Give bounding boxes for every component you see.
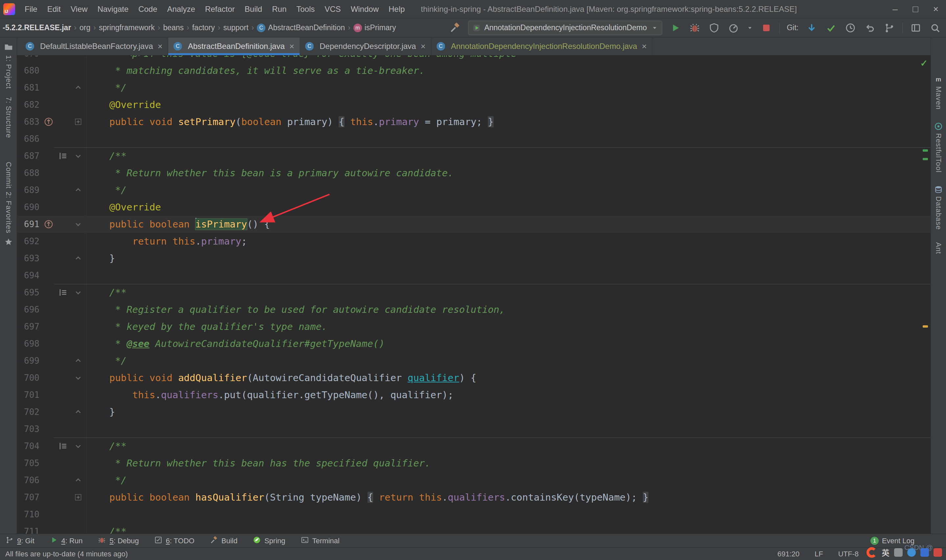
code-text[interactable]: * keyed by the qualifier's type name. (86, 318, 931, 335)
menu-refactor[interactable]: Refactor (200, 0, 240, 18)
code-editor[interactable]: 679 * <p>If this value is {@code true} f… (17, 55, 931, 534)
tool-window-button-ant[interactable]: Ant (934, 242, 943, 254)
menu-help[interactable]: Help (384, 0, 410, 18)
tool-window-button-1-project[interactable]: 1: Project (4, 55, 13, 89)
breadcrumb-item-springframework[interactable]: springframework (99, 23, 155, 32)
close-button[interactable]: × (926, 0, 946, 18)
tab-annotationdependencyinjectionresolutiondemo-java[interactable]: CAnnotationDependencyInjectionResolution… (431, 37, 652, 55)
code-text[interactable]: @Override (86, 96, 931, 113)
menu-run[interactable]: Run (267, 0, 291, 18)
menu-vcs[interactable]: VCS (320, 0, 345, 18)
fold-start-icon[interactable] (74, 289, 82, 296)
code-text[interactable]: */ (86, 352, 931, 369)
tool-window-button-restfultool[interactable]: RestfulTool (934, 133, 943, 173)
run-button[interactable] (669, 22, 682, 34)
menu-view[interactable]: View (66, 0, 92, 18)
tab-close-icon[interactable]: × (421, 42, 425, 52)
tab-close-icon[interactable]: × (642, 42, 647, 52)
tab-dependencydescriptor-java[interactable]: CDependencyDescriptor.java× (300, 37, 431, 55)
code-text[interactable]: } (86, 403, 931, 420)
encoding-widget[interactable]: UTF-8 (838, 550, 859, 558)
override-method-icon[interactable] (44, 117, 53, 126)
fold-start-icon[interactable] (74, 220, 82, 228)
build-hammer-icon[interactable] (449, 22, 461, 34)
tool-window-button-terminal[interactable]: Terminal (300, 536, 340, 546)
code-text[interactable]: public void setPrimary(boolean primary) … (86, 113, 931, 130)
tool-window-button-run[interactable]: 4: Run (49, 536, 83, 546)
code-text[interactable] (86, 506, 931, 523)
tool-window-button-spring[interactable]: Spring (253, 536, 285, 546)
fold-end-icon[interactable] (74, 408, 82, 416)
breadcrumb-item-support[interactable]: support (223, 23, 249, 32)
tool-window-button-2-favorites[interactable]: 2: Favorites (4, 192, 13, 233)
comment-block-icon[interactable] (59, 151, 68, 160)
tab-close-icon[interactable]: × (158, 42, 163, 52)
code-text[interactable]: * Register a qualifier to be used for au… (86, 301, 931, 318)
stop-button[interactable] (760, 22, 773, 34)
tool-window-button-debug[interactable]: 5: Debug (97, 536, 139, 546)
menu-navigate[interactable]: Navigate (92, 0, 134, 18)
vcs-history-button[interactable] (844, 22, 857, 34)
layout-button[interactable] (909, 22, 922, 34)
menu-window[interactable]: Window (346, 0, 384, 18)
tab-close-icon[interactable]: × (290, 42, 294, 52)
code-text[interactable]: /** (86, 438, 931, 455)
fold-end-icon[interactable] (74, 186, 82, 194)
code-text[interactable]: } (86, 250, 931, 267)
coverage-button[interactable] (708, 22, 720, 34)
fold-start-icon[interactable] (74, 442, 82, 450)
code-text[interactable]: /** (86, 148, 931, 165)
tool-window-button-git[interactable]: 9: Git (5, 536, 34, 546)
menu-code[interactable]: Code (133, 0, 162, 18)
tool-window-button-7-structure[interactable]: 7: Structure (4, 97, 13, 138)
breadcrumb-item-org[interactable]: org (80, 23, 90, 32)
breadcrumb-item-beans[interactable]: beans (163, 23, 184, 32)
vcs-rollback-button[interactable] (864, 22, 876, 34)
maximize-button[interactable]: □ (905, 0, 926, 18)
tool-window-button-build[interactable]: Build (210, 536, 237, 546)
vcs-update-button[interactable] (806, 22, 818, 34)
debug-button[interactable] (689, 22, 701, 34)
tool-window-button-database[interactable]: Database (934, 196, 943, 230)
code-text[interactable]: */ (86, 472, 931, 489)
comment-block-icon[interactable] (59, 288, 68, 297)
vcs-commit-button[interactable] (825, 22, 837, 34)
inspections-ok-icon[interactable]: ✓ (920, 58, 928, 69)
code-text[interactable]: * @see AutowireCandidateQualifier#getTyp… (86, 335, 931, 352)
tab-defaultlistablebeanfactory-java[interactable]: CDefaultListableBeanFactory.java× (20, 37, 168, 55)
menu-tools[interactable]: Tools (291, 0, 320, 18)
fold-end-icon[interactable] (74, 84, 82, 92)
code-text[interactable]: public boolean isPrimary() { (86, 216, 931, 233)
menu-analyze[interactable]: Analyze (162, 0, 200, 18)
fold-end-icon[interactable] (74, 476, 82, 484)
menu-edit[interactable]: Edit (42, 0, 66, 18)
breadcrumb-item--5.2.2.release.jar[interactable]: -5.2.2.RELEASE.jar (3, 23, 71, 32)
fold-end-icon[interactable] (74, 357, 82, 365)
fold-start-icon[interactable] (74, 152, 82, 160)
fold-plus-icon[interactable] (74, 493, 82, 501)
tool-window-button-commit[interactable]: Commit (4, 162, 13, 189)
code-text[interactable]: /** (86, 284, 931, 301)
code-text[interactable] (86, 267, 931, 284)
profiler-button[interactable] (727, 22, 740, 34)
breadcrumb-item-abstractbeandefinition[interactable]: CAbstractBeanDefinition (257, 23, 345, 32)
code-text[interactable] (86, 420, 931, 438)
code-text[interactable]: * Return whether this bean is a primary … (86, 165, 931, 182)
tool-window-button-todo[interactable]: 6: TODO (154, 536, 194, 546)
code-text[interactable]: * Return whether this bean has the speci… (86, 455, 931, 472)
breadcrumb-item-factory[interactable]: factory (192, 23, 215, 32)
profiler-chevron-icon[interactable] (747, 22, 753, 34)
run-configuration-select[interactable]: AnnotationDependencyInjectionResolutionD… (468, 21, 662, 35)
override-method-icon[interactable] (44, 220, 53, 229)
code-text[interactable]: @Override (86, 198, 931, 216)
breadcrumb-item-isprimary[interactable]: misPrimary (353, 23, 396, 32)
code-text[interactable]: * <p>If this value is {@code true} for e… (86, 55, 931, 62)
caret-position-widget[interactable]: 691:20 (778, 550, 800, 558)
code-text[interactable]: this.qualifiers.put(qualifier.getTypeNam… (86, 386, 931, 403)
code-text[interactable]: public boolean hasQualifier(String typeN… (86, 489, 931, 506)
minimize-button[interactable]: – (885, 0, 905, 18)
menu-build[interactable]: Build (240, 0, 267, 18)
menu-file[interactable]: File (20, 0, 42, 18)
comment-block-icon[interactable] (59, 442, 68, 451)
line-separator-widget[interactable]: LF (815, 550, 823, 558)
